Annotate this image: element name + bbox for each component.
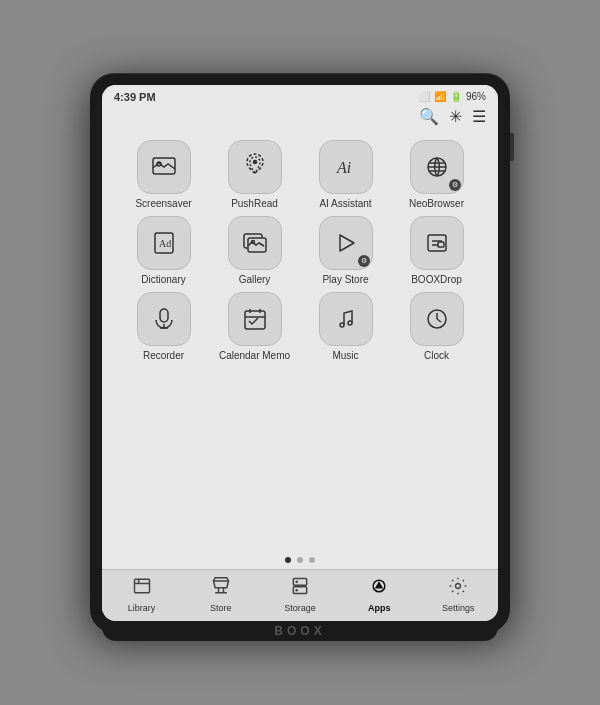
app-pushread[interactable]: PushRead (215, 140, 295, 210)
play-store-label: Play Store (322, 274, 368, 286)
nav-store[interactable]: Store (186, 576, 256, 613)
screensaver-icon (137, 140, 191, 194)
dictionary-label: Dictionary (141, 274, 185, 286)
dot-3[interactable] (309, 557, 315, 563)
power-button[interactable] (510, 133, 514, 161)
neobrowser-badge: ⚙ (449, 179, 461, 191)
app-play-store[interactable]: ⚙ Play Store (306, 216, 386, 286)
storage-label: Storage (284, 603, 316, 613)
gallery-icon (228, 216, 282, 270)
play-store-icon: ⚙ (319, 216, 373, 270)
bottom-nav: Library Store (102, 569, 498, 621)
app-neobrowser[interactable]: ⚙ NeoBrowser (397, 140, 477, 210)
screensaver-label: Screensaver (135, 198, 191, 210)
app-calendar-memo[interactable]: Calendar Memo (215, 292, 295, 362)
app-recorder[interactable]: Recorder (124, 292, 204, 362)
pushread-label: PushRead (231, 198, 278, 210)
svg-marker-10 (340, 235, 354, 251)
store-icon (211, 576, 231, 601)
battery-icon: 🔋 (450, 91, 462, 102)
app-gallery[interactable]: Gallery (215, 216, 295, 286)
svg-point-2 (253, 160, 256, 163)
app-clock[interactable]: Clock (397, 292, 477, 362)
wifi-icon: 📶 (434, 91, 446, 102)
apps-icon (369, 576, 389, 601)
screen-icon: ⬜ (418, 91, 430, 102)
app-row-3: Recorder Calendar Memo (118, 292, 482, 362)
search-icon[interactable]: 🔍 (419, 107, 439, 126)
recorder-icon (137, 292, 191, 346)
app-row-2: Ad Dictionary Gallery (118, 216, 482, 286)
library-label: Library (128, 603, 156, 613)
store-label: Store (210, 603, 232, 613)
svg-rect-30 (293, 586, 306, 593)
app-booxdrop[interactable]: BOOXDrop (397, 216, 477, 286)
svg-text:Ai: Ai (336, 159, 351, 176)
calendar-memo-label: Calendar Memo (219, 350, 290, 362)
status-time: 4:39 PM (114, 91, 156, 103)
app-screensaver[interactable]: Screensaver (124, 140, 204, 210)
status-icons: ⬜ 📶 🔋 96% (418, 91, 486, 102)
page-indicators (102, 551, 498, 569)
battery-percent: 96% (466, 91, 486, 102)
apps-label: Apps (368, 603, 391, 613)
neobrowser-icon: ⚙ (410, 140, 464, 194)
booxdrop-icon (410, 216, 464, 270)
pushread-icon (228, 140, 282, 194)
storage-icon (290, 576, 310, 601)
library-icon (132, 576, 152, 601)
ai-assistant-label: AI Assistant (319, 198, 371, 210)
app-row-1: Screensaver PushRead (118, 140, 482, 210)
music-icon (319, 292, 373, 346)
nav-storage[interactable]: Storage (265, 576, 335, 613)
svg-rect-23 (134, 579, 149, 592)
nav-apps[interactable]: Apps (344, 576, 414, 613)
svg-point-1 (157, 162, 161, 166)
flash-icon[interactable]: ✳ (449, 107, 462, 126)
toolbar: 🔍 ✳ ☰ (102, 107, 498, 132)
dot-1[interactable] (285, 557, 291, 563)
app-music[interactable]: Music (306, 292, 386, 362)
settings-label: Settings (442, 603, 475, 613)
svg-rect-13 (160, 309, 168, 322)
svg-text:Ad: Ad (159, 238, 171, 249)
screen: 4:39 PM ⬜ 📶 🔋 96% 🔍 ✳ ☰ (102, 85, 498, 621)
clock-icon (410, 292, 464, 346)
dot-2[interactable] (297, 557, 303, 563)
recorder-label: Recorder (143, 350, 184, 362)
dictionary-icon: Ad (137, 216, 191, 270)
svg-rect-29 (293, 578, 306, 585)
svg-point-35 (456, 583, 461, 588)
music-label: Music (332, 350, 358, 362)
gallery-label: Gallery (239, 274, 271, 286)
device: 4:39 PM ⬜ 📶 🔋 96% 🔍 ✳ ☰ (90, 73, 510, 633)
brand-label: BOOX (102, 621, 498, 641)
nav-settings[interactable]: Settings (423, 576, 493, 613)
nav-library[interactable]: Library (107, 576, 177, 613)
clock-label: Clock (424, 350, 449, 362)
calendar-memo-icon (228, 292, 282, 346)
settings-icon (448, 576, 468, 601)
svg-rect-12 (438, 242, 444, 247)
app-grid: Screensaver PushRead (102, 132, 498, 551)
ai-assistant-icon: Ai (319, 140, 373, 194)
app-dictionary[interactable]: Ad Dictionary (124, 216, 204, 286)
status-bar: 4:39 PM ⬜ 📶 🔋 96% (102, 85, 498, 107)
neobrowser-label: NeoBrowser (409, 198, 464, 210)
app-ai-assistant[interactable]: Ai AI Assistant (306, 140, 386, 210)
play-store-badge: ⚙ (358, 255, 370, 267)
booxdrop-label: BOOXDrop (411, 274, 462, 286)
svg-marker-34 (376, 582, 382, 587)
menu-icon[interactable]: ☰ (472, 107, 486, 126)
svg-line-22 (437, 319, 441, 322)
